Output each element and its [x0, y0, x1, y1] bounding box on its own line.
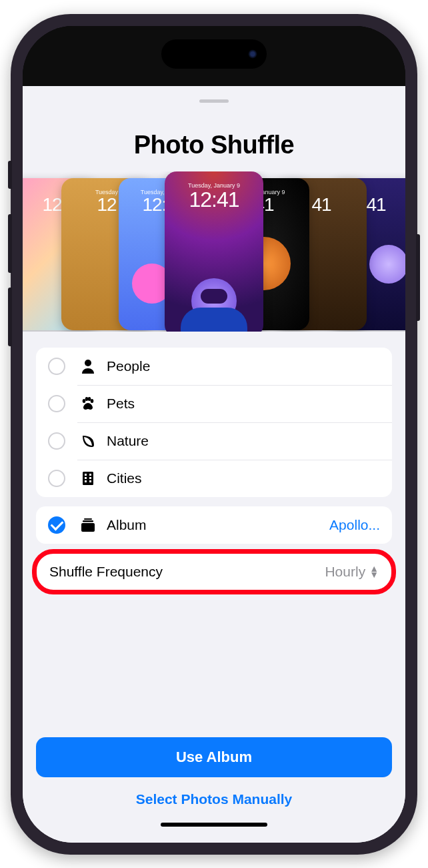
category-row-pets[interactable]: Pets — [36, 385, 392, 422]
wallpaper-carousel[interactable]: 12 Tuesday12 Tuesday, January12:41 Tuesd… — [23, 171, 405, 332]
svg-rect-5 — [83, 472, 93, 485]
radio-unchecked[interactable] — [48, 358, 65, 375]
photo-shuffle-sheet: Photo Shuffle 12 Tuesday12 Tuesday, Janu… — [23, 91, 405, 843]
svg-rect-9 — [89, 477, 91, 479]
paw-icon — [80, 396, 96, 411]
svg-rect-13 — [83, 520, 93, 522]
use-album-button[interactable]: Use Album — [36, 737, 392, 777]
radio-unchecked[interactable] — [48, 470, 65, 487]
building-icon — [80, 471, 96, 486]
album-label: Album — [107, 517, 329, 533]
power-button — [416, 234, 420, 321]
sheet-grabber[interactable] — [199, 99, 229, 103]
dynamic-island — [161, 39, 267, 69]
svg-rect-11 — [89, 480, 91, 482]
svg-point-1 — [83, 399, 86, 403]
radio-unchecked[interactable] — [48, 432, 65, 450]
category-row-cities[interactable]: Cities — [36, 460, 392, 497]
svg-rect-8 — [85, 477, 87, 479]
album-value[interactable]: Apollo... — [329, 517, 380, 533]
frequency-label: Shuffle Frequency — [49, 564, 325, 580]
svg-point-4 — [91, 399, 94, 403]
leaf-icon — [80, 434, 96, 448]
svg-rect-10 — [85, 480, 87, 482]
category-label: People — [107, 358, 380, 374]
radio-unchecked[interactable] — [48, 395, 65, 412]
volume-down-button — [8, 288, 12, 346]
mute-switch — [8, 161, 12, 189]
svg-rect-14 — [81, 523, 95, 532]
svg-point-0 — [85, 360, 91, 366]
radio-checked[interactable] — [48, 516, 65, 534]
svg-point-2 — [85, 397, 89, 401]
album-group: Album Apollo... — [36, 506, 392, 544]
page-title: Photo Shuffle — [36, 131, 392, 159]
wallpaper-preview-center: Tuesday, January 912:41 — [165, 171, 263, 332]
home-indicator[interactable] — [161, 823, 267, 827]
svg-rect-6 — [85, 474, 87, 476]
svg-rect-12 — [84, 518, 92, 520]
category-list: People Pets Nature — [36, 348, 392, 497]
category-label: Cities — [107, 470, 380, 486]
category-label: Pets — [107, 396, 380, 412]
album-row[interactable]: Album Apollo... — [36, 506, 392, 544]
category-row-nature[interactable]: Nature — [36, 422, 392, 460]
shuffle-frequency-row[interactable]: Shuffle Frequency Hourly ▲▼ — [36, 553, 392, 590]
select-photos-manually-button[interactable]: Select Photos Manually — [36, 781, 392, 817]
svg-rect-7 — [89, 474, 91, 476]
svg-point-3 — [88, 397, 91, 401]
album-stack-icon — [80, 518, 96, 532]
frequency-value: Hourly — [325, 564, 365, 580]
phone-screen: Photo Shuffle 12 Tuesday12 Tuesday, Janu… — [23, 26, 405, 843]
up-down-chevron-icon: ▲▼ — [369, 566, 379, 577]
phone-device-frame: Photo Shuffle 12 Tuesday12 Tuesday, Janu… — [11, 14, 417, 855]
volume-up-button — [8, 214, 12, 273]
person-icon — [80, 359, 96, 374]
category-row-people[interactable]: People — [36, 348, 392, 385]
category-label: Nature — [107, 433, 380, 449]
